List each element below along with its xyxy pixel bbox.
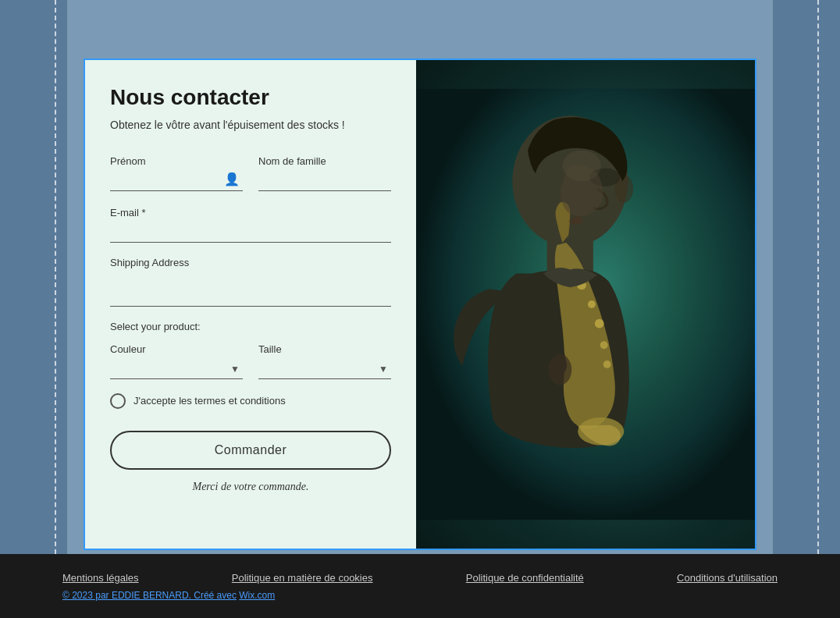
footer-link-cookies[interactable]: Politique en matière de cookies: [232, 572, 373, 584]
color-field: Couleur ▼: [110, 343, 243, 379]
color-select[interactable]: [110, 360, 243, 379]
main-container: Nous contacter Obtenez le vôtre avant l'…: [84, 59, 756, 550]
dashed-line-left: [55, 0, 56, 554]
email-field-wrapper: E-mail *: [110, 207, 391, 243]
thank-you-message: Merci de votre commande.: [110, 481, 391, 493]
firstname-input-wrapper: 👤: [110, 172, 243, 191]
dashed-line-right: [817, 0, 819, 554]
email-input[interactable]: [110, 223, 391, 243]
footer-link-privacy[interactable]: Politique de confidentialité: [466, 572, 584, 584]
footer-link-terms[interactable]: Conditions d'utilisation: [677, 572, 778, 584]
copyright-text: © 2023 par EDDIE BERNARD. Créé avec: [62, 590, 237, 601]
firstname-input[interactable]: [110, 172, 243, 191]
shipping-label: Shipping Address: [110, 257, 391, 268]
svg-point-7: [595, 319, 604, 329]
terms-label: J'accepte les termes et conditions: [133, 395, 286, 407]
image-panel: [416, 60, 755, 549]
footer-links: Mentions légales Politique en matière de…: [0, 572, 840, 584]
form-subtitle: Obtenez le vôtre avant l'épuisement des …: [110, 118, 391, 133]
svg-point-6: [588, 300, 596, 308]
image-inner: [416, 60, 755, 549]
color-label: Couleur: [110, 343, 243, 355]
contact-card-icon: 👤: [224, 172, 240, 186]
saxophone-player-image: [416, 60, 755, 549]
form-title: Nous contacter: [110, 85, 391, 110]
product-label: Select your product:: [110, 321, 391, 332]
svg-point-12: [549, 354, 572, 385]
wix-link[interactable]: Wix.com: [239, 590, 275, 601]
submit-button[interactable]: Commander: [110, 431, 391, 470]
color-select-wrapper: ▼: [110, 360, 243, 379]
terms-checkbox[interactable]: [110, 393, 126, 409]
name-row: Prénom 👤 Nom de famille: [110, 155, 391, 191]
email-section: E-mail *: [110, 207, 391, 243]
svg-point-9: [603, 360, 611, 368]
footer: Mentions légales Politique en matière de…: [0, 554, 840, 618]
footer-link-legal[interactable]: Mentions légales: [62, 572, 139, 584]
shipping-input[interactable]: [110, 287, 391, 307]
size-label: Taille: [258, 343, 391, 355]
email-label: E-mail *: [110, 207, 391, 218]
terms-checkbox-row[interactable]: J'accepte les termes et conditions: [110, 393, 391, 409]
firstname-label: Prénom: [110, 155, 243, 167]
select-row: Couleur ▼ Taille ▼: [110, 343, 391, 379]
svg-point-13: [562, 151, 600, 181]
lastname-field: Nom de famille: [258, 155, 391, 191]
footer-copyright: © 2023 par EDDIE BERNARD. Créé avec Wix.…: [0, 590, 840, 601]
shipping-section: Shipping Address: [110, 257, 391, 307]
size-field: Taille ▼: [258, 343, 391, 379]
svg-point-8: [600, 341, 608, 349]
size-select[interactable]: [258, 360, 391, 379]
firstname-field: Prénom 👤: [110, 155, 243, 191]
form-panel: Nous contacter Obtenez le vôtre avant l'…: [85, 60, 416, 549]
size-select-wrapper: ▼: [258, 360, 391, 379]
lastname-label: Nom de famille: [258, 155, 391, 167]
lastname-input[interactable]: [258, 172, 391, 191]
product-section: Select your product: Couleur ▼ Taille: [110, 321, 391, 379]
